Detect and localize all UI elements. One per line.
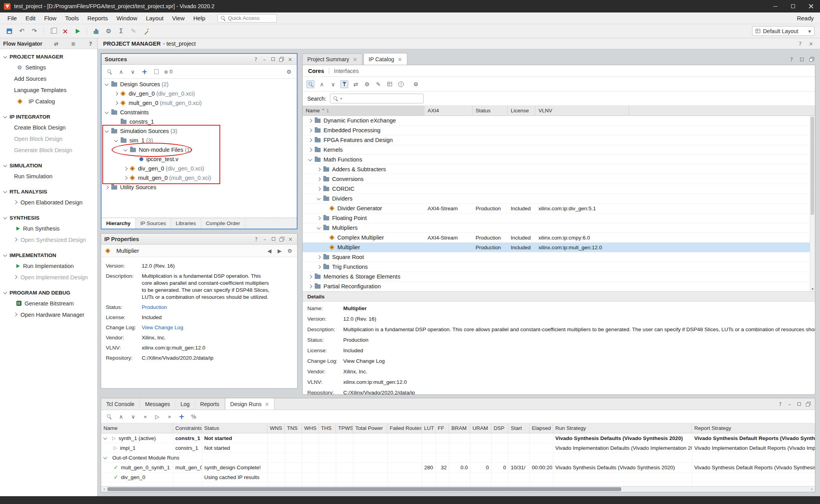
sum-button[interactable]: Σ: [116, 26, 127, 36]
chevron-right-icon[interactable]: [124, 176, 127, 179]
chevron-down-icon[interactable]: [317, 225, 321, 229]
float-icon[interactable]: [278, 56, 285, 63]
float-icon[interactable]: [805, 401, 812, 408]
back-icon[interactable]: ◀: [266, 247, 273, 254]
menu-help[interactable]: Help: [189, 12, 210, 24]
column-dsp[interactable]: DSP: [491, 423, 508, 433]
delete-button[interactable]: ×: [60, 26, 71, 36]
flownav-item-ip-catalog[interactable]: IP Catalog: [0, 96, 97, 107]
catalog-row[interactable]: Kernels: [303, 145, 815, 155]
column-ths[interactable]: THS: [319, 423, 336, 433]
column-name[interactable]: Name: [101, 423, 173, 433]
copy-button[interactable]: [47, 26, 58, 36]
tab-project-summary[interactable]: Project Summary×: [302, 53, 362, 65]
tree-row-utility-sources[interactable]: Utility Sources: [102, 183, 297, 192]
chevron-right-icon[interactable]: [308, 119, 312, 122]
column-name[interactable]: Name^1: [303, 106, 424, 115]
expand-all-icon[interactable]: ∨: [129, 413, 137, 421]
help-icon[interactable]: ?: [777, 401, 784, 408]
flownav-header-ip-integrator[interactable]: IP INTEGRATOR: [0, 112, 97, 122]
catalog-row[interactable]: Trig Functions: [303, 262, 815, 272]
info-icon[interactable]: i: [397, 80, 405, 88]
chevron-down-icon[interactable]: [114, 138, 118, 142]
catalog-row[interactable]: Square Root: [303, 252, 815, 262]
run-row-synth-1[interactable]: ▷synth_1 (active) constrs_1 Not started …: [101, 433, 815, 443]
flownav-item-generate-bitstream[interactable]: Generate Bitstream: [0, 298, 97, 309]
chevron-down-icon[interactable]: [308, 157, 312, 161]
change-log-link[interactable]: View Change Log: [343, 358, 385, 364]
launch-run-icon[interactable]: ▷: [153, 413, 161, 421]
chevron-right-icon[interactable]: [105, 185, 109, 189]
column-axi4[interactable]: AXI4: [424, 106, 472, 115]
debug-wand-button[interactable]: [141, 26, 152, 36]
settings-gear-icon[interactable]: ⚙: [412, 80, 420, 88]
table-view-icon[interactable]: [386, 80, 394, 88]
close-icon[interactable]: ×: [287, 236, 294, 243]
tree-row-constrs-1[interactable]: constrs_1: [102, 117, 297, 126]
tab-reports[interactable]: Reports: [195, 398, 225, 410]
close-icon[interactable]: ×: [353, 56, 357, 62]
collapse-all-icon[interactable]: ∧: [117, 413, 125, 421]
menu-file[interactable]: File: [3, 12, 21, 24]
search-toggle-icon[interactable]: [307, 80, 314, 88]
settings-gear-icon[interactable]: ⚙: [285, 68, 293, 76]
scroll-right-icon[interactable]: ›: [809, 486, 815, 492]
minimize-button[interactable]: [766, 0, 784, 12]
chevron-down-icon[interactable]: [317, 196, 321, 200]
float-icon[interactable]: [808, 56, 815, 63]
flownav-item-language-templates[interactable]: Language Templates: [0, 84, 97, 96]
help-icon[interactable]: ?: [797, 40, 804, 47]
column-report-strategy[interactable]: Report Strategy: [692, 423, 815, 433]
catalog-row[interactable]: Multipliers: [303, 223, 815, 233]
catalog-row[interactable]: Math Functions: [303, 155, 815, 165]
tree-row-constraints[interactable]: Constraints: [102, 108, 297, 117]
tree-row-simulation-sources[interactable]: Simulation Sources (3): [102, 126, 297, 136]
catalog-search-input[interactable]: ▾: [330, 94, 424, 103]
flownav-header-program-and-debug[interactable]: PROGRAM AND DEBUG: [0, 287, 97, 298]
tree-row-mult-gen-0[interactable]: mult_gen_0 (mult_gen_0.xci): [102, 98, 297, 108]
column-tns[interactable]: TNS: [285, 423, 302, 433]
save-button[interactable]: [4, 26, 15, 36]
run-row-mult-gen-0-synth-1[interactable]: ✓mult_gen_0_synth_1 mult_gen_0 synth_des…: [101, 463, 815, 472]
menu-edit[interactable]: Edit: [21, 12, 40, 24]
column-run-strategy[interactable]: Run Strategy: [553, 423, 692, 433]
flownav-item-run-simulation[interactable]: Run Simulation: [0, 170, 97, 182]
maximize-icon[interactable]: [270, 236, 277, 243]
customize-wrench-icon[interactable]: ⚙: [363, 80, 371, 88]
column-elapsed[interactable]: Elapsed: [529, 423, 553, 433]
catalog-row[interactable]: Conversions: [303, 174, 815, 184]
vertical-scrollbar[interactable]: ▾: [810, 116, 815, 291]
tree-row-design-sources[interactable]: Design Sources (2): [102, 80, 297, 89]
percent-icon[interactable]: %: [190, 413, 198, 421]
catalog-row[interactable]: FPGA Features and Design: [303, 135, 815, 145]
expand-all-icon[interactable]: ∨: [329, 80, 337, 88]
column-whs[interactable]: WHS: [302, 423, 319, 433]
catalog-row[interactable]: Partial Reconfiguration: [303, 282, 815, 291]
catalog-row-divider-generator[interactable]: Divider GeneratorAXI4-StreamProductionIn…: [303, 204, 815, 213]
chevron-right-icon[interactable]: [317, 187, 321, 190]
chevron-right-icon[interactable]: [124, 167, 127, 170]
flownav-item-add-sources[interactable]: Add Sources: [0, 73, 97, 84]
expand-all-icon[interactable]: ∨: [129, 68, 137, 76]
change-log-link[interactable]: View Change Log: [142, 324, 183, 331]
chevron-right-icon[interactable]: [308, 128, 312, 132]
menu-window[interactable]: Window: [112, 12, 141, 24]
flownav-item-settings[interactable]: ⚙Settings: [0, 62, 97, 73]
menu-icon[interactable]: ≡: [70, 40, 77, 47]
menu-flow[interactable]: Flow: [40, 12, 61, 24]
minimize-icon[interactable]: –: [261, 236, 268, 243]
column-ff[interactable]: FF: [435, 423, 449, 433]
column-failed-routes[interactable]: Failed Routes: [387, 423, 422, 433]
chevron-right-icon[interactable]: [317, 216, 321, 220]
column-wns[interactable]: WNS: [267, 423, 285, 433]
chevron-down-icon[interactable]: [103, 436, 107, 439]
tab-hierarchy[interactable]: Hierarchy: [102, 218, 135, 229]
undo-button[interactable]: ↶: [16, 26, 27, 36]
tab-ip-catalog[interactable]: IP Catalog×: [364, 53, 407, 65]
help-icon[interactable]: ?: [253, 236, 260, 243]
catalog-row[interactable]: Floating Point: [303, 213, 815, 223]
close-button[interactable]: [802, 0, 820, 12]
scroll-down-icon[interactable]: ▾: [810, 287, 815, 291]
help-icon[interactable]: ?: [252, 56, 259, 63]
collapse-all-icon[interactable]: ∧: [318, 80, 326, 88]
